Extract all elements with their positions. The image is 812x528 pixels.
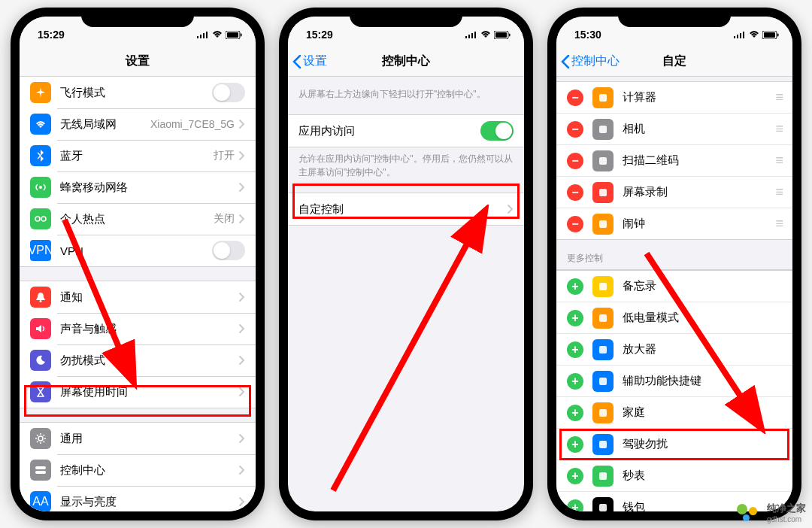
toggle[interactable] [212,241,245,260]
settings-row-airplane[interactable]: 飞行模式 [20,77,256,108]
customize-row[interactable]: +放大器 [556,333,792,365]
svg-rect-12 [35,466,46,469]
svg-point-11 [38,436,43,441]
nav-bar: 控制中心 自定 [556,47,792,77]
remove-button[interactable]: − [567,184,583,201]
customize-controls-row[interactable]: 自定控制 [288,193,524,225]
remove-button[interactable]: − [567,216,583,232]
settings-row-sound[interactable]: 声音与触感 [20,313,256,344]
add-button[interactable]: + [567,468,583,484]
remove-button[interactable]: − [567,90,583,106]
control-icon [592,339,614,360]
add-button[interactable]: + [567,341,583,358]
row-label: VPN [60,244,212,257]
watermark-text: 纯净之家 [767,502,806,515]
svg-rect-44 [599,189,607,196]
in-app-access-row[interactable]: 应用内访问 [288,115,524,147]
switches-icon [30,460,51,481]
drag-handle-icon[interactable]: ≡ [775,90,782,105]
add-button[interactable]: + [567,278,583,295]
customize-row[interactable]: +秒表 [556,460,792,491]
back-button[interactable]: 控制中心 [561,47,620,76]
svg-rect-34 [734,36,735,38]
toggle[interactable] [212,83,245,102]
customize-row[interactable]: +低电量模式 [556,302,792,333]
chevron-right-icon [239,434,245,443]
back-button[interactable]: 设置 [292,47,327,76]
settings-row-bell[interactable]: 通知 [20,281,256,313]
customize-row[interactable]: +备忘录 [556,270,792,302]
chevron-right-icon [239,214,245,223]
in-app-access-toggle[interactable] [480,121,514,141]
gear-icon [30,428,51,449]
row-label: 通用 [60,432,239,446]
svg-rect-26 [465,36,467,38]
notch [350,8,462,27]
customize-row[interactable]: −闹钟≡ [556,208,792,239]
chevron-left-icon [561,55,570,68]
customize-row[interactable]: −相机≡ [556,113,792,144]
chevron-right-icon [239,293,245,302]
chevron-right-icon [239,466,245,475]
watermark-url: gdhst.com [767,515,806,523]
control-icon [592,119,614,140]
status-indicators [465,31,511,39]
customize-row[interactable]: +驾驶勿扰 [556,428,792,460]
svg-rect-35 [737,35,738,38]
settings-row-gear[interactable]: 通用 [20,423,256,454]
chevron-right-icon [508,205,514,214]
settings-row-vpn[interactable]: VPNVPN [20,235,256,266]
drag-handle-icon[interactable]: ≡ [775,153,782,168]
add-button[interactable]: + [567,405,583,421]
settings-row-switches[interactable]: 控制中心 [20,454,256,486]
svg-rect-46 [599,283,607,290]
add-button[interactable]: + [567,373,583,390]
customize-row[interactable]: −计算器≡ [556,81,792,113]
bell-icon [30,287,51,308]
control-icon [592,276,614,297]
row-label: 声音与触感 [60,322,239,336]
in-app-access-label: 应用内访问 [298,124,480,138]
control-label: 家庭 [623,405,782,420]
svg-point-7 [39,186,42,189]
control-icon [592,308,614,329]
settings-row-aa[interactable]: AA显示与亮度 [20,486,256,511]
control-label: 相机 [623,122,775,136]
add-button[interactable]: + [567,499,583,512]
settings-row-wifi[interactable]: 无线局域网Xiaomi_7CE8_5G [20,108,256,140]
svg-rect-28 [471,33,473,38]
control-label: 秒表 [623,469,782,483]
chevron-right-icon [239,497,245,506]
settings-row-hourglass[interactable]: 屏幕使用时间 [20,376,256,408]
phone-settings: 15:29 设置 飞行模式无线局域网Xiaomi_7CE8_5G蓝牙打开蜂窝移动… [11,8,265,520]
svg-rect-29 [474,32,476,38]
wifi-icon [749,31,759,38]
customize-row[interactable]: −屏幕录制≡ [556,176,792,208]
drag-handle-icon[interactable]: ≡ [775,216,782,232]
settings-row-bluetooth[interactable]: 蓝牙打开 [20,140,256,171]
customize-row[interactable]: +家庭 [556,396,792,428]
svg-rect-47 [599,314,607,322]
control-icon [592,214,614,235]
remove-button[interactable]: − [567,153,583,169]
add-button[interactable]: + [567,436,583,453]
add-button[interactable]: + [567,310,583,326]
drag-handle-icon[interactable]: ≡ [775,121,782,137]
svg-rect-5 [227,32,238,38]
settings-row-moon[interactable]: 勿扰模式 [20,344,256,376]
customize-row[interactable]: −扫描二维码≡ [556,144,792,176]
customize-row[interactable]: +辅助功能快捷键 [556,365,792,396]
svg-rect-31 [495,32,507,38]
remove-button[interactable]: − [567,121,583,138]
svg-rect-51 [599,441,607,448]
settings-row-hotspot[interactable]: 个人热点关闭 [20,203,256,235]
control-icon [592,87,614,108]
status-time: 15:30 [574,29,601,41]
back-label: 设置 [303,53,327,69]
watermark: 纯净之家 gdhst.com [737,502,806,523]
row-label: 蜂窝移动网络 [60,181,239,195]
control-icon [592,466,614,487]
drag-handle-icon[interactable]: ≡ [775,184,782,200]
svg-rect-32 [509,33,511,36]
settings-row-cellular[interactable]: 蜂窝移动网络 [20,171,256,203]
